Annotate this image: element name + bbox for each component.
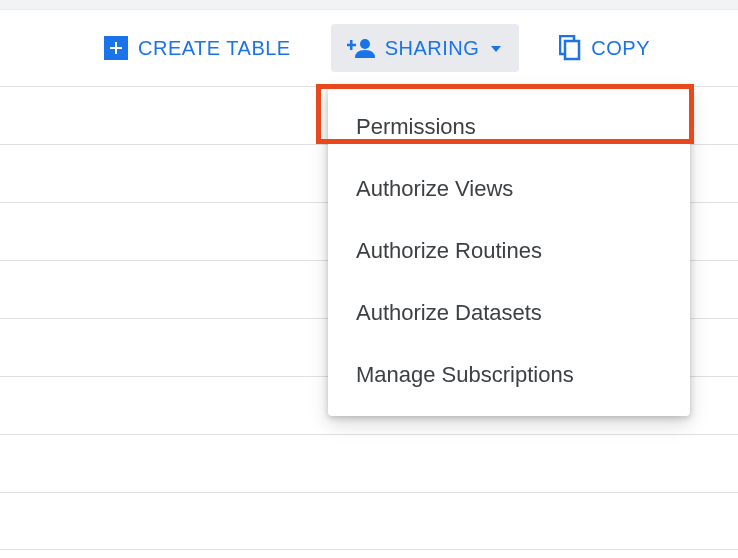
menu-item-manage-subscriptions[interactable]: Manage Subscriptions bbox=[328, 344, 690, 406]
top-bar bbox=[0, 0, 738, 10]
menu-item-label: Permissions bbox=[356, 114, 476, 139]
person-add-icon bbox=[347, 36, 375, 60]
menu-item-label: Manage Subscriptions bbox=[356, 362, 574, 387]
dropdown-arrow-icon bbox=[489, 41, 503, 55]
menu-item-authorize-routines[interactable]: Authorize Routines bbox=[328, 220, 690, 282]
create-table-button[interactable]: CREATE TABLE bbox=[88, 24, 307, 72]
svg-point-2 bbox=[360, 39, 370, 49]
menu-item-authorize-datasets[interactable]: Authorize Datasets bbox=[328, 282, 690, 344]
copy-label: COPY bbox=[591, 37, 650, 60]
plus-box-icon bbox=[104, 36, 128, 60]
sharing-dropdown-menu: Permissions Authorize Views Authorize Ro… bbox=[328, 86, 690, 416]
menu-item-label: Authorize Routines bbox=[356, 238, 542, 263]
table-row bbox=[0, 492, 738, 550]
copy-icon bbox=[559, 35, 581, 61]
svg-rect-6 bbox=[565, 41, 579, 59]
sharing-label: SHARING bbox=[385, 37, 480, 60]
menu-item-label: Authorize Views bbox=[356, 176, 513, 201]
svg-rect-1 bbox=[110, 47, 122, 49]
create-table-label: CREATE TABLE bbox=[138, 37, 291, 60]
menu-item-label: Authorize Datasets bbox=[356, 300, 542, 325]
menu-item-permissions[interactable]: Permissions bbox=[328, 96, 690, 158]
sharing-button[interactable]: SHARING bbox=[331, 24, 520, 72]
svg-rect-4 bbox=[347, 44, 356, 47]
toolbar: CREATE TABLE SHARING COPY bbox=[0, 10, 738, 86]
copy-button[interactable]: COPY bbox=[543, 23, 666, 73]
menu-item-authorize-views[interactable]: Authorize Views bbox=[328, 158, 690, 220]
table-row bbox=[0, 434, 738, 492]
